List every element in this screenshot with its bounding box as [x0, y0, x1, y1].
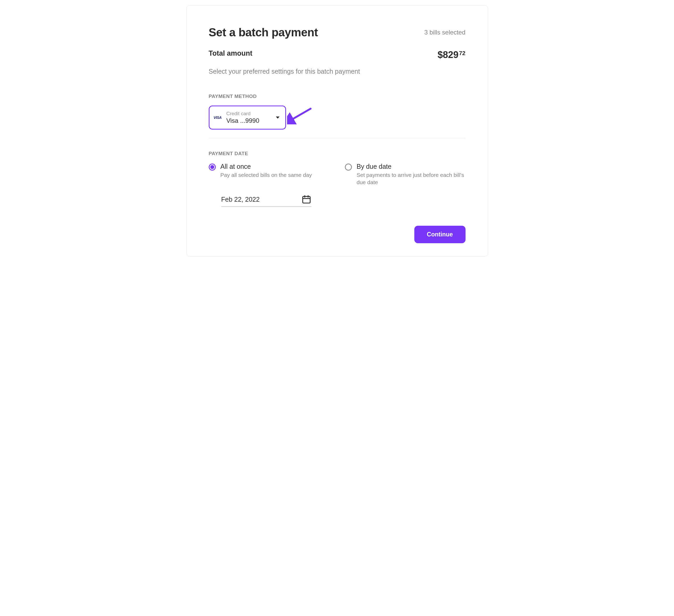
chevron-down-icon [276, 117, 279, 119]
total-cents: 72 [459, 50, 465, 57]
calendar-icon [302, 195, 311, 204]
payment-method-dropdown[interactable]: VISA Credit card Visa ...9990 [209, 106, 286, 130]
card-number-display: Visa ...9990 [226, 117, 271, 125]
total-amount-label: Total amount [209, 49, 252, 57]
total-whole: 829 [443, 49, 458, 60]
payment-date-options: All at once Pay all selected bills on th… [209, 163, 465, 186]
continue-button[interactable]: Continue [414, 226, 465, 243]
payment-method-section-label: PAYMENT METHOD [209, 94, 465, 99]
radio-icon [345, 163, 352, 170]
radio-option-all-at-once[interactable]: All at once Pay all selected bills on th… [209, 163, 329, 186]
card-info: Credit card Visa ...9990 [226, 111, 271, 125]
radio-option-by-due-date[interactable]: By due date Set payments to arrive just … [345, 163, 465, 186]
total-amount-row: Total amount $82972 [209, 49, 465, 60]
radio-title: All at once [220, 163, 312, 170]
header: Set a batch payment 3 bills selected [209, 26, 465, 39]
radio-description: Pay all selected bills on the same day [220, 171, 312, 179]
total-currency: $ [438, 49, 443, 60]
payment-date-section: PAYMENT DATE All at once Pay all selecte… [209, 151, 465, 207]
svg-rect-2 [303, 197, 310, 203]
payment-date-input[interactable]: Feb 22, 2022 [221, 195, 311, 207]
action-row: Continue [209, 226, 465, 243]
batch-payment-panel: Set a batch payment 3 bills selected Tot… [186, 5, 488, 257]
payment-date-section-label: PAYMENT DATE [209, 151, 465, 156]
card-type-label: Credit card [226, 111, 271, 117]
radio-description: Set payments to arrive just before each … [357, 171, 465, 186]
page-title: Set a batch payment [209, 26, 318, 39]
payment-method-section: PAYMENT METHOD VISA Credit card Visa ...… [209, 94, 465, 130]
total-amount-value: $82972 [438, 49, 465, 60]
radio-icon [209, 163, 216, 170]
radio-content: All at once Pay all selected bills on th… [220, 163, 312, 186]
radio-content: By due date Set payments to arrive just … [357, 163, 465, 186]
radio-title: By due date [357, 163, 465, 170]
visa-icon: VISA [214, 115, 222, 120]
bills-selected-count: 3 bills selected [424, 29, 465, 36]
subtitle-text: Select your preferred settings for this … [209, 68, 465, 75]
date-value: Feb 22, 2022 [221, 196, 260, 203]
